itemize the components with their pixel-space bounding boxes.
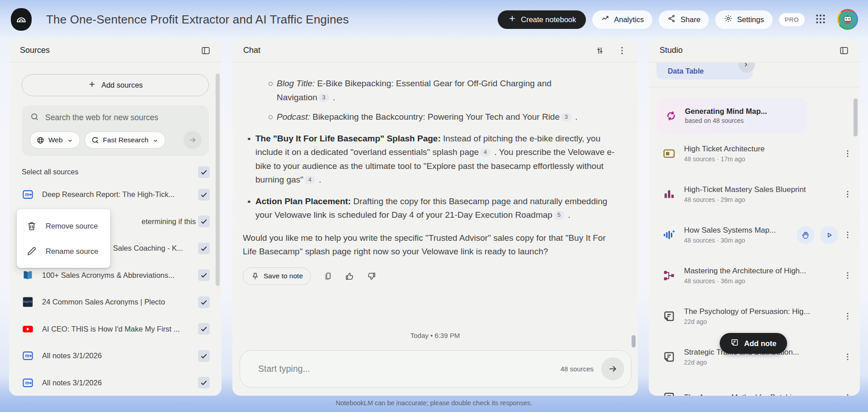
play-audio-button[interactable] xyxy=(820,226,838,244)
chat-messages: Blog Title: E-Bike Bikepacking: Essentia… xyxy=(243,63,628,285)
source-checkbox[interactable] xyxy=(198,215,210,227)
source-row[interactable]: mDeep Research Report: The High-Tick... xyxy=(22,181,210,208)
data-table-label: Data Table xyxy=(668,67,704,75)
source-checkbox[interactable] xyxy=(198,296,210,308)
filter-chip-web[interactable]: Web xyxy=(30,131,80,149)
studio-item-row[interactable]: High Ticket Architecture48 sources · 17m… xyxy=(649,133,860,174)
studio-item-kebab-icon[interactable] xyxy=(843,393,853,396)
citation-chip[interactable]: 4 xyxy=(305,176,315,184)
source-row[interactable]: PLECTO24 Common Sales Acronyms | Plecto xyxy=(22,289,210,316)
studio-item-text: How Sales Systems Map...48 sources · 30m… xyxy=(684,226,794,244)
apps-grid-icon[interactable] xyxy=(814,13,827,26)
studio-item-meta: 48 sources · 30m ago xyxy=(684,237,794,244)
source-row[interactable]: AI CEO: THIS is How I'd Make My First ..… xyxy=(22,316,210,343)
data-table-open-chevron-icon[interactable] xyxy=(738,63,755,73)
citation-chip[interactable]: 4 xyxy=(480,148,491,157)
studio-item-row[interactable]: Mastering the Architecture of High...48 … xyxy=(649,255,860,296)
source-checkbox[interactable] xyxy=(198,269,210,281)
bar-chart-icon xyxy=(662,187,676,201)
generating-mind-map-card[interactable]: Generating Mind Map... based on 48 sourc… xyxy=(656,98,807,133)
studio-item-text: High-Ticket Mastery Sales Blueprint48 so… xyxy=(684,185,843,203)
citation-chip[interactable]: 5 xyxy=(554,211,564,220)
studio-item-text: The Acronym Method for Batching... xyxy=(684,393,843,396)
source-label: 24 Common Sales Acronyms | Plecto xyxy=(42,298,198,306)
source-checkbox[interactable] xyxy=(198,350,210,362)
source-checkbox[interactable] xyxy=(198,189,210,201)
share-button[interactable]: Share xyxy=(659,10,709,29)
studio-item-kebab-icon[interactable] xyxy=(843,149,853,158)
settings-button[interactable]: Settings xyxy=(715,10,773,29)
save-to-note-button[interactable]: Save to note xyxy=(243,267,311,285)
select-all-checkbox[interactable] xyxy=(198,166,210,178)
chat-input[interactable] xyxy=(258,364,561,374)
studio-item-meta: 48 sources · 29m ago xyxy=(684,196,843,203)
create-notebook-button[interactable]: Create notebook xyxy=(498,10,586,29)
studio-scrollbar[interactable] xyxy=(854,98,858,136)
studio-panel: Studio Data Table Generating Mind Map...… xyxy=(649,39,860,396)
note-doc-icon xyxy=(662,391,676,396)
source-row[interactable]: mAll notes 3/1/2026 xyxy=(22,342,210,370)
citation-chip[interactable]: 3 xyxy=(561,113,571,122)
gear-icon xyxy=(724,14,733,25)
thumbs-up-button[interactable] xyxy=(345,272,354,281)
source-label: All notes 3/1/2026 xyxy=(42,379,198,387)
data-table-card[interactable]: Data Table xyxy=(656,63,753,80)
studio-item-kebab-icon[interactable] xyxy=(843,190,853,199)
studio-item-kebab-icon[interactable] xyxy=(843,312,853,321)
add-note-button[interactable]: Add note xyxy=(720,333,787,354)
chat-bullet-item: Podcast: Bikepacking the Backcountry: Po… xyxy=(269,110,591,124)
studio-item-row[interactable]: The Psychology of Persuasion: Hig...22d … xyxy=(649,296,860,337)
source-row[interactable]: mAll notes 3/1/2026 xyxy=(22,370,210,397)
citation-chip[interactable]: 3 xyxy=(319,94,329,102)
studio-item-kebab-icon[interactable] xyxy=(843,271,853,280)
pin-icon xyxy=(251,272,259,281)
plus-icon xyxy=(88,80,96,90)
chat-scrollbar[interactable] xyxy=(632,335,636,347)
copy-button[interactable] xyxy=(323,272,333,281)
source-search-input[interactable] xyxy=(45,113,202,122)
sources-scrollbar[interactable] xyxy=(216,74,220,286)
refresh-spinner-icon xyxy=(665,110,677,122)
interactive-mode-button[interactable] xyxy=(797,226,815,244)
chat-date-divider: Today • 6:39 PM xyxy=(232,332,638,339)
menu-item-rename-source[interactable]: Rename source xyxy=(17,239,110,264)
send-message-button[interactable] xyxy=(601,357,624,380)
studio-panel-header: Studio xyxy=(649,39,860,62)
filter-chip-label: Web xyxy=(48,136,63,144)
collapse-sources-panel-icon[interactable] xyxy=(201,46,211,56)
chat-settings-tune-icon[interactable] xyxy=(595,46,605,56)
sources-panel: Sources Add sources WebFast Research Sel… xyxy=(9,39,222,396)
app-header: The One-Sentence Profit Extractor and AI… xyxy=(0,0,868,39)
studio-item-meta: 22d ago xyxy=(684,318,843,325)
sources-panel-header: Sources xyxy=(9,39,222,62)
notebooklm-logo-icon[interactable] xyxy=(11,8,32,31)
studio-item-row[interactable]: How Sales Systems Map...48 sources · 30m… xyxy=(649,215,860,255)
svg-text:PLECTO: PLECTO xyxy=(24,301,33,304)
studio-title: Studio xyxy=(660,46,683,55)
arrow-right-icon xyxy=(188,136,197,145)
robot-avatar-image xyxy=(839,10,857,28)
user-avatar[interactable] xyxy=(837,9,858,30)
studio-item-kebab-icon[interactable] xyxy=(843,230,853,239)
source-checkbox[interactable] xyxy=(198,377,210,389)
chat-more-kebab-icon[interactable] xyxy=(617,46,627,56)
studio-item-row[interactable]: High-Ticket Mastery Sales Blueprint48 so… xyxy=(649,174,860,215)
spark-search-icon xyxy=(91,136,99,145)
source-checkbox[interactable] xyxy=(198,243,210,254)
search-submit-button[interactable] xyxy=(184,131,202,149)
menu-item-remove-source[interactable]: Remove source xyxy=(17,213,110,239)
studio-item-meta: 22d ago xyxy=(684,359,843,366)
chat-response-actions: Save to note xyxy=(243,267,628,285)
source-checkbox[interactable] xyxy=(198,323,210,335)
collapse-studio-panel-icon[interactable] xyxy=(839,46,849,56)
filter-chip-fast-research[interactable]: Fast Research xyxy=(85,131,166,149)
studio-item-kebab-icon[interactable] xyxy=(843,352,853,361)
studio-item-row[interactable]: The Acronym Method for Batching... xyxy=(649,377,860,396)
add-sources-button[interactable]: Add sources xyxy=(22,74,209,96)
sources-title: Sources xyxy=(20,46,50,55)
analytics-button[interactable]: Analytics xyxy=(592,10,652,29)
generating-title: Generating Mind Map... xyxy=(685,107,767,116)
filter-chip-label: Fast Research xyxy=(103,136,149,144)
chat-bullet-item: Action Plan Placement: Drafting the copy… xyxy=(249,195,620,222)
thumbs-down-button[interactable] xyxy=(367,272,376,281)
